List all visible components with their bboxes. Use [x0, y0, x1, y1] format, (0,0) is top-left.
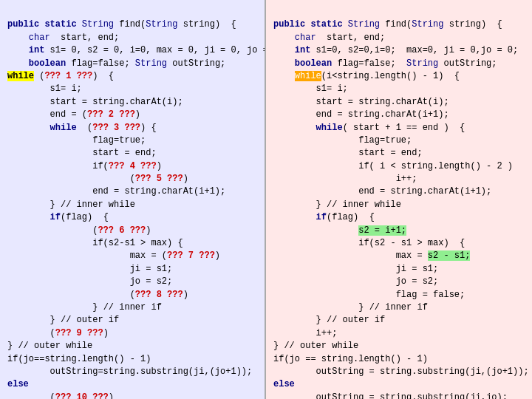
- left-code: public static String find(String string)…: [7, 6, 257, 399]
- right-panel: public static String find(String string)…: [266, 0, 532, 399]
- right-code: public static String find(String string)…: [273, 6, 525, 399]
- left-panel: public static String find(String string)…: [0, 0, 266, 399]
